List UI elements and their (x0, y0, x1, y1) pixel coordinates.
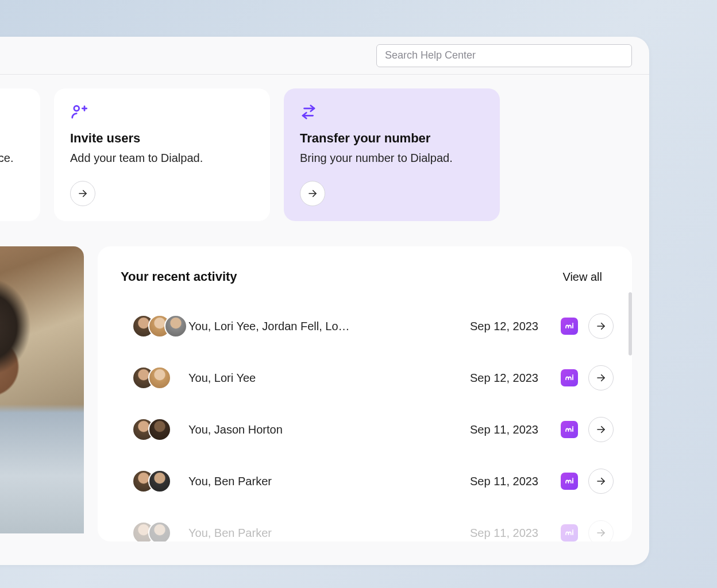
avatar-group (132, 521, 178, 541)
activity-date: Sep 11, 2023 (470, 475, 550, 488)
avatar-group (132, 366, 178, 389)
card-desc: Add your team to Dialpad. (70, 152, 254, 165)
avatar-group (132, 418, 178, 441)
card-desc: Bring your number to Dialpad. (300, 152, 484, 165)
open-activity-button[interactable] (588, 520, 614, 541)
ai-badge-icon (561, 318, 578, 335)
activity-date: Sep 12, 2023 (470, 372, 550, 385)
avatar (148, 418, 171, 441)
activity-row[interactable]: You, Lori Yee, Jordan Fell, Lo… Sep 12, … (121, 300, 619, 352)
ai-badge-icon (561, 473, 578, 490)
activity-row[interactable]: You, Ben Parker Sep 11, 2023 (121, 455, 619, 507)
card-title: Ai meeting (0, 131, 24, 146)
avatar (164, 315, 187, 338)
avatar (148, 366, 171, 389)
activity-row[interactable]: You, Lori Yee Sep 12, 2023 (121, 352, 619, 404)
activity-names: You, Jason Horton (188, 423, 460, 436)
svg-point-20 (573, 530, 573, 531)
action-cards-row: Ai meeting deo conference. Invite users … (0, 75, 649, 221)
open-activity-button[interactable] (588, 417, 614, 442)
activity-names: You, Lori Yee, Jordan Fell, Lo… (188, 320, 460, 333)
app-window: Ai meeting deo conference. Invite users … (0, 37, 649, 565)
promo-photo (0, 246, 84, 533)
transfer-icon (300, 103, 317, 121)
open-activity-button[interactable] (588, 365, 614, 390)
activity-list: You, Lori Yee, Jordan Fell, Lo… Sep 12, … (121, 300, 619, 541)
activity-date: Sep 12, 2023 (470, 320, 550, 333)
card-title: Transfer your number (300, 131, 484, 146)
activity-names: You, Ben Parker (188, 527, 460, 540)
lower-row: Your recent activity View all You, Lori … (0, 221, 649, 541)
svg-point-14 (573, 427, 573, 427)
avatar (148, 470, 171, 493)
activity-date: Sep 11, 2023 (470, 527, 550, 540)
avatar (148, 521, 171, 541)
view-all-button[interactable]: View all (562, 270, 602, 284)
svg-point-11 (573, 375, 573, 376)
card-desc: deo conference. (0, 152, 24, 165)
activity-names: You, Ben Parker (188, 475, 460, 488)
activity-names: You, Lori Yee (188, 372, 460, 385)
activity-row[interactable]: You, Jason Horton Sep 11, 2023 (121, 404, 619, 455)
recent-activity-panel: Your recent activity View all You, Lori … (98, 246, 632, 541)
card-ai-meeting[interactable]: Ai meeting deo conference. (0, 88, 40, 221)
card-transfer-number[interactable]: Transfer your number Bring your number t… (284, 88, 500, 221)
ai-badge-icon (561, 524, 578, 541)
activity-row[interactable]: You, Ben Parker Sep 11, 2023 (121, 507, 619, 541)
svg-point-8 (573, 323, 573, 324)
activity-title: Your recent activity (121, 269, 237, 284)
top-bar (0, 37, 649, 75)
svg-point-0 (74, 106, 79, 111)
avatar-group (132, 315, 178, 338)
open-activity-button[interactable] (588, 314, 614, 339)
add-user-icon (70, 103, 87, 121)
search-input[interactable] (376, 44, 632, 67)
card-invite-users[interactable]: Invite users Add your team to Dialpad. (54, 88, 270, 221)
avatar-group (132, 470, 178, 493)
activity-date: Sep 11, 2023 (470, 423, 550, 436)
ai-badge-icon (561, 369, 578, 386)
scrollbar[interactable] (629, 292, 632, 465)
ai-badge-icon (561, 421, 578, 438)
svg-point-17 (573, 478, 573, 479)
open-activity-button[interactable] (588, 469, 614, 494)
card-title: Invite users (70, 131, 254, 146)
card-action-button[interactable] (300, 181, 325, 206)
card-action-button[interactable] (70, 181, 95, 206)
